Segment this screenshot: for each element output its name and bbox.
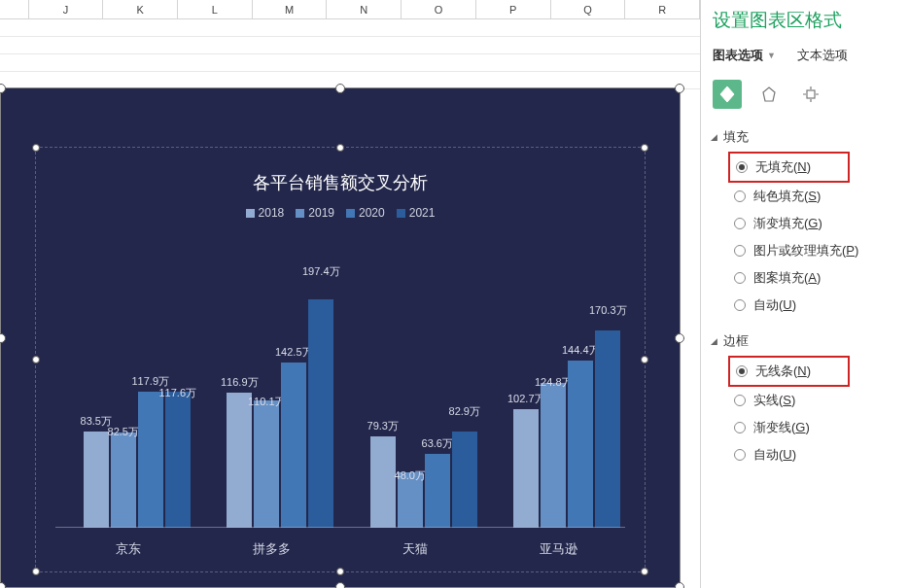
format-pane-tabs: 图表选项 ▼ 文本选项 bbox=[711, 43, 909, 74]
bar-data-label: 82.5万 bbox=[108, 425, 139, 439]
category-label[interactable]: 天猫 bbox=[352, 540, 478, 558]
chart-bar[interactable]: 116.9万 bbox=[227, 393, 252, 528]
triangle-down-icon: ◢ bbox=[711, 132, 717, 142]
radio-fill-gradient[interactable]: 渐变填充(G) bbox=[734, 210, 909, 237]
chart-bar[interactable]: 117.9万 bbox=[138, 392, 163, 528]
chart-bar[interactable]: 82.9万 bbox=[452, 432, 477, 528]
plot-handle[interactable] bbox=[641, 568, 648, 575]
col-header[interactable]: J bbox=[29, 0, 104, 18]
col-header[interactable]: R bbox=[625, 0, 700, 18]
category-label[interactable]: 亚马逊 bbox=[496, 540, 622, 558]
chart-bar[interactable]: 63.6万 bbox=[425, 454, 450, 528]
resize-handle-w[interactable] bbox=[0, 333, 6, 343]
chart-category-axis[interactable]: 京东拼多多天猫亚马逊 bbox=[55, 540, 625, 560]
effects-icon[interactable] bbox=[754, 80, 784, 109]
col-header[interactable]: Q bbox=[551, 0, 626, 18]
chart-title[interactable]: 各平台销售额交叉分析 bbox=[36, 148, 645, 194]
radio-icon bbox=[734, 395, 746, 406]
chart-bar[interactable]: 124.8万 bbox=[541, 383, 566, 528]
chart-object[interactable]: 各平台销售额交叉分析 2018201920202021 83.5万82.5万11… bbox=[0, 87, 681, 588]
legend-item[interactable]: 2018 bbox=[246, 206, 285, 220]
fill-radio-group: 纯色填充(S) 渐变填充(G) 图片或纹理填充(P) 图案填充(A) 自动(U) bbox=[711, 183, 909, 319]
chart-bar[interactable]: 144.4万 bbox=[568, 361, 593, 528]
category-label[interactable]: 拼多多 bbox=[209, 540, 335, 558]
chart-bar[interactable]: 110.1万 bbox=[254, 400, 279, 528]
radio-icon bbox=[736, 365, 748, 377]
radio-border-none[interactable]: 无线条(N) bbox=[736, 360, 845, 383]
resize-handle-sw[interactable] bbox=[0, 582, 6, 588]
chart-bar[interactable]: 79.3万 bbox=[370, 436, 396, 528]
bar-data-label: 79.3万 bbox=[367, 419, 399, 433]
format-pane-title: 设置图表区格式 bbox=[711, 4, 909, 43]
legend-item[interactable]: 2019 bbox=[296, 206, 334, 220]
col-header[interactable]: M bbox=[253, 0, 328, 18]
chart-x-axis bbox=[55, 527, 625, 528]
plot-handle[interactable] bbox=[32, 356, 40, 363]
fill-line-icon[interactable] bbox=[713, 80, 742, 109]
radio-border-auto[interactable]: 自动(U) bbox=[734, 441, 909, 468]
chart-bar[interactable]: 82.5万 bbox=[111, 432, 136, 528]
chevron-down-icon: ▼ bbox=[767, 51, 776, 60]
radio-fill-pattern[interactable]: 图案填充(A) bbox=[734, 264, 909, 292]
legend-swatch bbox=[246, 209, 255, 218]
section-fill-header[interactable]: ◢ 填充 bbox=[711, 122, 909, 152]
radio-label: 渐变填充(G) bbox=[753, 215, 822, 232]
col-header[interactable]: L bbox=[178, 0, 253, 18]
radio-fill-solid[interactable]: 纯色填充(S) bbox=[734, 183, 909, 210]
category-label[interactable]: 京东 bbox=[65, 540, 192, 558]
legend-item[interactable]: 2021 bbox=[397, 206, 436, 220]
chart-bar[interactable]: 142.5万 bbox=[281, 363, 306, 528]
chart-bar[interactable]: 83.5万 bbox=[84, 432, 109, 528]
grid-rows[interactable] bbox=[0, 19, 700, 87]
legend-label: 2018 bbox=[259, 206, 285, 220]
bar-cluster: 79.3万48.0万63.6万82.9万 bbox=[352, 235, 496, 528]
plot-handle[interactable] bbox=[641, 144, 648, 152]
legend-label: 2019 bbox=[308, 206, 334, 220]
chart-bar[interactable]: 48.0万 bbox=[398, 472, 423, 528]
bar-data-label: 117.6万 bbox=[158, 386, 196, 400]
radio-fill-picture[interactable]: 图片或纹理填充(P) bbox=[734, 237, 909, 264]
chart-plot-selection[interactable]: 各平台销售额交叉分析 2018201920202021 83.5万82.5万11… bbox=[35, 147, 646, 572]
plot-handle[interactable] bbox=[32, 144, 40, 152]
legend-item[interactable]: 2020 bbox=[346, 206, 385, 220]
radio-fill-auto[interactable]: 自动(U) bbox=[734, 292, 909, 319]
col-header-spacer bbox=[0, 0, 29, 18]
radio-icon bbox=[734, 245, 746, 257]
radio-fill-none[interactable]: 无填充(N) bbox=[736, 156, 845, 179]
bar-cluster: 116.9万110.1万142.5万197.4万 bbox=[209, 235, 353, 528]
bar-data-label: 110.1万 bbox=[248, 395, 286, 409]
col-header[interactable]: K bbox=[103, 0, 178, 18]
column-header-row: J K L M N O P Q R bbox=[0, 0, 700, 19]
radio-border-solid[interactable]: 实线(S) bbox=[734, 387, 909, 414]
svg-rect-0 bbox=[807, 90, 815, 98]
chart-bar[interactable]: 102.7万 bbox=[513, 409, 539, 528]
radio-border-gradient[interactable]: 渐变线(G) bbox=[734, 414, 909, 441]
radio-label: 图案填充(A) bbox=[753, 269, 821, 287]
chart-bar[interactable]: 197.4万 bbox=[308, 299, 333, 528]
chart-plot-area[interactable]: 83.5万82.5万117.9万117.6万116.9万110.1万142.5万… bbox=[55, 235, 625, 528]
resize-handle-s[interactable] bbox=[335, 582, 345, 588]
tab-chart-options[interactable]: 图表选项 ▼ bbox=[713, 47, 776, 64]
plot-handle[interactable] bbox=[336, 144, 344, 152]
plot-handle[interactable] bbox=[336, 568, 344, 575]
plot-handle[interactable] bbox=[32, 568, 40, 575]
plot-handle[interactable] bbox=[641, 356, 648, 363]
section-border-header[interactable]: ◢ 边框 bbox=[711, 327, 909, 356]
col-header[interactable]: P bbox=[476, 0, 551, 18]
bar-data-label: 63.6万 bbox=[422, 436, 453, 451]
col-header[interactable]: O bbox=[402, 0, 476, 18]
chart-legend[interactable]: 2018201920202021 bbox=[36, 206, 645, 220]
resize-handle-ne[interactable] bbox=[675, 84, 684, 93]
radio-label: 实线(S) bbox=[753, 392, 795, 409]
triangle-down-icon: ◢ bbox=[711, 336, 717, 346]
radio-icon bbox=[734, 422, 746, 433]
resize-handle-e[interactable] bbox=[675, 333, 684, 343]
resize-handle-n[interactable] bbox=[335, 84, 345, 93]
resize-handle-nw[interactable] bbox=[0, 84, 6, 93]
col-header[interactable]: N bbox=[327, 0, 402, 18]
chart-bar[interactable]: 117.6万 bbox=[165, 392, 191, 528]
size-properties-icon[interactable] bbox=[796, 80, 825, 109]
tab-text-options[interactable]: 文本选项 bbox=[797, 47, 848, 64]
resize-handle-se[interactable] bbox=[675, 582, 684, 588]
chart-bar[interactable]: 170.3万 bbox=[595, 330, 620, 528]
